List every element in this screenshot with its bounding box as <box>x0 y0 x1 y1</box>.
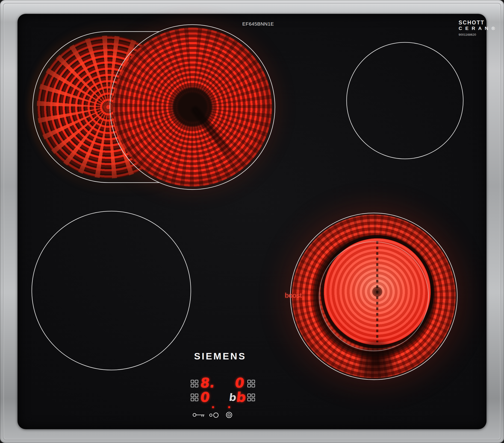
display-front-right-prefix: b <box>228 392 237 403</box>
glass-code: 9001168620 <box>459 33 496 36</box>
red-indicator-dot-right <box>228 406 230 408</box>
display-front-left: 0 <box>199 391 210 404</box>
zone-select-rear-left-icon[interactable] <box>191 380 198 387</box>
red-indicator-dot-left <box>212 406 214 408</box>
zone-select-front-right-icon[interactable] <box>248 394 255 401</box>
key-lock-icon[interactable] <box>192 412 206 418</box>
brand-logo: SIEMENS <box>194 351 246 362</box>
front-right-coil-glow <box>292 215 456 378</box>
front-right-inner-glow <box>324 238 431 345</box>
display-rear-right: 0 <box>234 376 245 390</box>
touch-control-panel: 8. 0 0 b b <box>187 371 263 423</box>
rear-left-coil-glow <box>113 28 272 187</box>
model-number: EF645BNN1E <box>237 21 279 27</box>
display-rear-left: 8. <box>199 376 216 390</box>
display-front-right: b <box>235 391 247 404</box>
dual-zone-icon[interactable] <box>209 412 219 418</box>
glass-brand-line2: C E R A N ® <box>459 26 496 31</box>
coil-shadow-streak <box>190 105 243 170</box>
zone-select-rear-right-icon[interactable] <box>248 380 255 387</box>
ceramic-hob: EF645BNN1E SCHOTT C E R A N ® 9001168620… <box>0 0 504 443</box>
glass-brand-mark: SCHOTT C E R A N ® 9001168620 <box>459 20 496 37</box>
boost-touch-label[interactable]: boost <box>285 291 302 299</box>
glass-brand-line1: SCHOTT <box>459 20 496 26</box>
zone-select-front-left-icon[interactable] <box>191 394 198 401</box>
triple-zone-icon[interactable] <box>225 411 233 419</box>
front-right-heat-tail <box>358 340 395 378</box>
